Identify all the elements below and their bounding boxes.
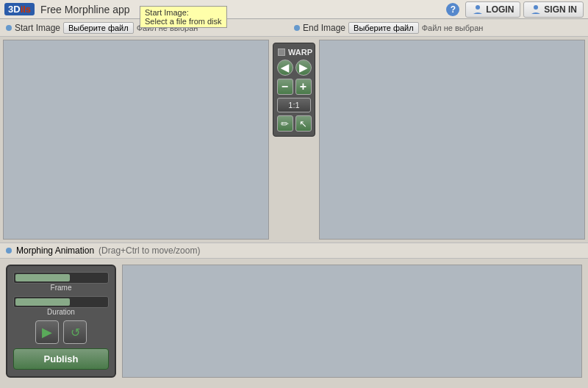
logo-suffix: ils bbox=[21, 4, 31, 15]
duration-slider-label: Duration bbox=[13, 308, 109, 316]
svg-point-1 bbox=[534, 5, 538, 10]
zoom-row: − + bbox=[277, 79, 312, 95]
login-button[interactable]: LOGIN bbox=[465, 1, 520, 18]
preview-canvas bbox=[122, 265, 582, 378]
frame-slider-fill bbox=[15, 274, 70, 281]
nav-arrow-row: ◀ ▶ bbox=[277, 60, 312, 76]
start-canvas bbox=[3, 40, 269, 240]
left-arrow-button[interactable]: ◀ bbox=[277, 60, 293, 76]
end-image-dot-icon bbox=[294, 25, 300, 31]
anim-label: Morphing Animation bbox=[16, 245, 94, 256]
frame-slider-group: Frame bbox=[13, 272, 109, 292]
pencil-tool-button[interactable]: ✏ bbox=[277, 115, 293, 132]
start-image-button[interactable]: Выберите файл bbox=[63, 22, 134, 34]
app-header: 3Dils Free Morphline app ? LOGIN SIGN IN bbox=[0, 0, 588, 19]
image-selection-bar: Start Image Выберите файл Файл не выбран… bbox=[0, 19, 588, 37]
duration-slider[interactable] bbox=[13, 296, 109, 308]
refresh-button[interactable]: ↺ bbox=[63, 320, 87, 344]
anim-dot-icon bbox=[6, 248, 12, 254]
logo-prefix: 3D bbox=[8, 4, 21, 15]
ratio-button[interactable]: 1:1 bbox=[277, 98, 311, 112]
end-canvas bbox=[319, 40, 585, 240]
end-image-section: End Image Выберите файл Файл не выбран bbox=[294, 22, 582, 34]
publish-button[interactable]: Publish bbox=[13, 348, 109, 370]
warp-label: WARP bbox=[288, 48, 312, 57]
zoom-in-button[interactable]: + bbox=[295, 79, 312, 95]
signin-icon bbox=[530, 4, 542, 15]
bottom-area: Frame Duration ▶ ↺ Publish bbox=[0, 259, 588, 384]
svg-point-0 bbox=[476, 5, 480, 10]
zoom-out-button[interactable]: − bbox=[277, 79, 293, 95]
frame-slider[interactable] bbox=[13, 272, 109, 284]
playback-row: ▶ ↺ bbox=[35, 320, 87, 344]
start-image-dot-icon bbox=[6, 25, 12, 31]
duration-slider-group: Duration bbox=[13, 296, 109, 316]
center-controls: WARP ◀ ▶ − + 1:1 ✏ ↖ bbox=[272, 37, 316, 242]
warp-checkbox[interactable] bbox=[278, 48, 285, 56]
app-title: Free Morphline app bbox=[40, 4, 440, 15]
anim-hint: (Drag+Ctrl to move/zoom) bbox=[98, 245, 200, 256]
auth-buttons: LOGIN SIGN IN bbox=[465, 1, 584, 18]
duration-slider-fill bbox=[15, 298, 70, 306]
signin-button[interactable]: SIGN IN bbox=[523, 1, 584, 18]
end-image-status: Файл не выбран bbox=[422, 24, 484, 32]
login-icon bbox=[472, 4, 484, 15]
tooltip-box: Start Image: Select a file from disk bbox=[140, 6, 227, 28]
logo: 3Dils bbox=[4, 3, 35, 15]
right-arrow-button[interactable]: ▶ bbox=[295, 60, 312, 76]
control-panel: Frame Duration ▶ ↺ Publish bbox=[6, 265, 116, 378]
end-image-label: End Image bbox=[303, 23, 345, 33]
start-image-label: Start Image bbox=[15, 23, 60, 33]
help-icon[interactable]: ? bbox=[446, 3, 459, 16]
play-button[interactable]: ▶ bbox=[35, 320, 59, 344]
warp-panel: WARP ◀ ▶ − + 1:1 ✏ ↖ bbox=[273, 43, 315, 137]
animation-bar: Morphing Animation (Drag+Ctrl to move/zo… bbox=[0, 242, 588, 259]
main-canvas-area: WARP ◀ ▶ − + 1:1 ✏ ↖ bbox=[0, 37, 588, 242]
tool-row: ✏ ↖ bbox=[277, 115, 312, 132]
end-image-button[interactable]: Выберите файл bbox=[348, 22, 419, 34]
cursor-tool-button[interactable]: ↖ bbox=[295, 115, 312, 132]
warp-header: WARP bbox=[278, 48, 310, 57]
frame-slider-label: Frame bbox=[13, 284, 109, 292]
